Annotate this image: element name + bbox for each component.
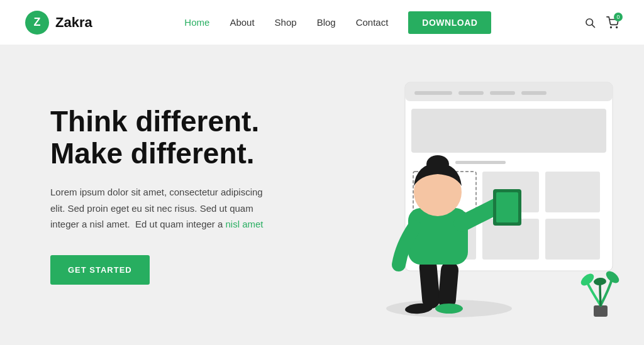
hero-body: Lorem ipsum dolor sit amet, consectetur … bbox=[50, 184, 277, 233]
hero-title: Think different. Make different. bbox=[50, 106, 277, 169]
svg-rect-8 bbox=[458, 91, 484, 95]
download-button[interactable]: DOWNLOAD bbox=[408, 11, 491, 34]
svg-line-1 bbox=[592, 25, 594, 27]
svg-rect-12 bbox=[455, 161, 506, 164]
svg-point-3 bbox=[616, 26, 618, 28]
svg-rect-18 bbox=[545, 219, 600, 260]
svg-point-27 bbox=[426, 155, 449, 173]
logo-icon: Z bbox=[25, 11, 49, 35]
svg-rect-9 bbox=[490, 91, 515, 95]
main-nav: Home About Shop Blog Contact DOWNLOAD bbox=[184, 11, 491, 34]
svg-rect-7 bbox=[414, 91, 452, 95]
svg-point-22 bbox=[435, 304, 463, 314]
svg-point-31 bbox=[594, 277, 607, 286]
svg-rect-15 bbox=[545, 172, 600, 212]
nav-about[interactable]: About bbox=[230, 17, 254, 28]
cart-icon[interactable]: 0 bbox=[606, 16, 619, 29]
svg-rect-10 bbox=[521, 91, 547, 95]
search-icon[interactable] bbox=[584, 16, 596, 29]
hero-link[interactable]: nisl amet bbox=[226, 219, 264, 229]
nav-contact[interactable]: Contact bbox=[356, 17, 389, 28]
svg-point-30 bbox=[604, 268, 621, 285]
logo-text: Zakra bbox=[55, 14, 92, 31]
hero-illustration bbox=[279, 63, 644, 327]
svg-rect-28 bbox=[594, 305, 608, 317]
nav-shop[interactable]: Shop bbox=[275, 17, 297, 28]
hero-content: Think different. Make different. Lorem i… bbox=[0, 106, 302, 285]
svg-rect-25 bbox=[496, 192, 518, 222]
svg-point-2 bbox=[611, 26, 612, 28]
svg-rect-11 bbox=[411, 109, 606, 153]
header: Z Zakra Home About Shop Blog Contact DOW… bbox=[0, 0, 644, 45]
nav-blog[interactable]: Blog bbox=[317, 17, 336, 28]
hero-section: Think different. Make different. Lorem i… bbox=[0, 45, 644, 345]
header-icons: 0 bbox=[584, 16, 619, 29]
cart-badge: 0 bbox=[614, 13, 623, 21]
logo[interactable]: Z Zakra bbox=[25, 11, 92, 35]
get-started-button[interactable]: GET STARTED bbox=[50, 255, 150, 285]
nav-home[interactable]: Home bbox=[184, 17, 209, 28]
